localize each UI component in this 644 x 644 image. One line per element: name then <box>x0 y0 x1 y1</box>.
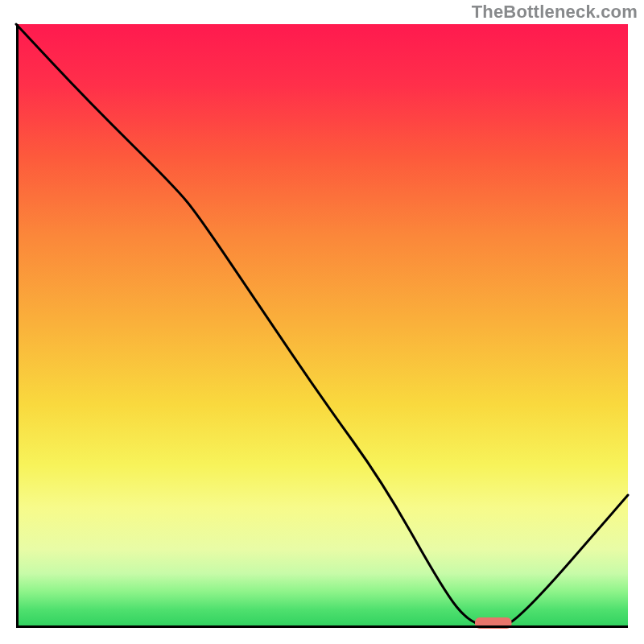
chart-container: TheBottleneck.com <box>0 0 644 644</box>
watermark-text: TheBottleneck.com <box>472 2 638 23</box>
bottleneck-curve-svg <box>16 24 628 628</box>
x-axis <box>16 625 628 628</box>
y-axis <box>16 24 19 628</box>
bottleneck-curve-line <box>16 24 628 626</box>
